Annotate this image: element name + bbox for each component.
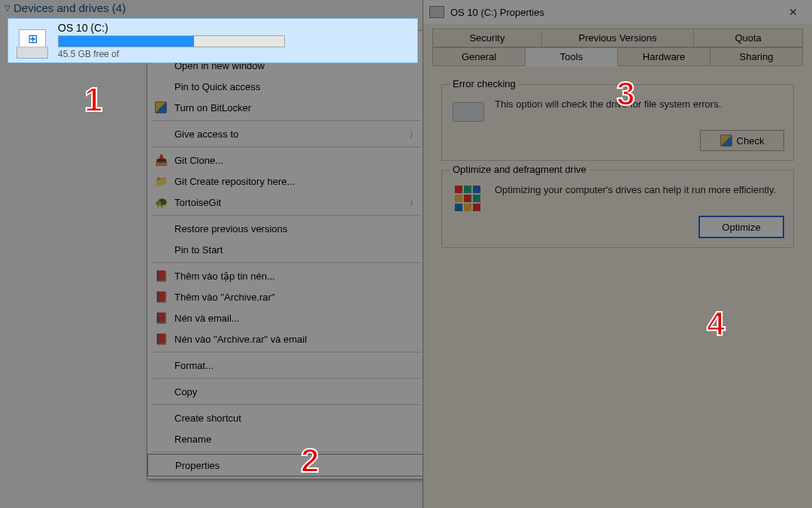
callout-1: 1 [84, 81, 102, 119]
menu-properties[interactable]: Properties [147, 454, 426, 476]
drive-free-text: 45.5 GB free of [58, 49, 411, 59]
menu-separator [152, 120, 421, 121]
drive-icon [429, 6, 444, 18]
defrag-icon [451, 184, 486, 211]
menu-format[interactable]: Format... [147, 355, 426, 376]
menu-rar-add-file[interactable]: 📕Thêm vào tập tin nén... [147, 265, 426, 286]
section-title: Devices and drives (4) [14, 2, 126, 14]
tortoise-icon: 🐢 [152, 195, 170, 210]
menu-separator [152, 452, 421, 452]
tab-hardware[interactable]: Hardware [617, 47, 710, 66]
tab-previous-versions[interactable]: Previous Versions [541, 29, 694, 47]
menu-separator [152, 215, 421, 216]
close-icon[interactable]: ✕ [780, 4, 806, 20]
tab-sharing[interactable]: Sharing [710, 47, 803, 66]
menu-give-access[interactable]: Give access to〉 [147, 123, 426, 144]
menu-separator [152, 147, 421, 147]
chevron-down-icon: ▽ [5, 4, 11, 12]
menu-rar-archive-email[interactable]: 📕Nén vào "Archive.rar" và email [147, 328, 426, 349]
git-create-icon: 📁 [152, 174, 170, 189]
drive-name: OS 10 (C:) [58, 22, 411, 34]
menu-separator [152, 404, 421, 405]
menu-bitlocker[interactable]: Turn on BitLocker [147, 97, 426, 118]
drive-icon: ⊞ [14, 23, 50, 59]
tab-security[interactable]: Security [432, 29, 542, 47]
check-button[interactable]: Check [700, 130, 784, 151]
dialog-title: OS 10 (C:) Properties [450, 7, 544, 18]
menu-restore-previous[interactable]: Restore previous versions [147, 218, 426, 239]
menu-separator [152, 378, 421, 379]
context-menu: Open Open in new window Pin to Quick acc… [147, 30, 426, 479]
callout-2: 2 [301, 442, 319, 479]
menu-tortoisegit[interactable]: 🐢TortoiseGit〉 [147, 192, 426, 213]
menu-separator [152, 262, 421, 263]
hdd-icon [451, 98, 486, 125]
tab-tools[interactable]: Tools [525, 47, 618, 66]
section-header[interactable]: ▽ Devices and drives (4) [5, 2, 126, 14]
shield-icon [720, 135, 732, 147]
chevron-right-icon: 〉 [409, 197, 418, 210]
callout-4: 4 [707, 305, 725, 343]
optimize-button[interactable]: Optimize [698, 216, 784, 238]
menu-git-clone[interactable]: 📥Git Clone... [147, 150, 426, 171]
menu-create-shortcut[interactable]: Create shortcut [147, 407, 426, 428]
chevron-right-icon: 〉 [409, 129, 418, 141]
rar-icon: 📕 [152, 310, 170, 325]
menu-pin-start[interactable]: Pin to Start [147, 239, 426, 260]
drive-item-c[interactable]: ⊞ OS 10 (C:) 45.5 GB free of [8, 18, 418, 63]
rar-icon: 📕 [152, 331, 170, 346]
rar-icon: 📕 [152, 268, 170, 283]
menu-rar-add-archive[interactable]: 📕Thêm vào "Archive.rar" [147, 286, 426, 307]
menu-pin-quick-access[interactable]: Pin to Quick access [147, 76, 426, 97]
menu-rar-email[interactable]: 📕Nén và email... [147, 307, 426, 328]
menu-git-create[interactable]: 📁Git Create repository here... [147, 171, 426, 192]
rar-icon: 📕 [152, 289, 170, 304]
optimize-desc: Optimizing your computer's drives can he… [495, 184, 784, 195]
error-check-desc: This option will check the drive for fil… [495, 98, 784, 110]
tab-general[interactable]: General [432, 47, 526, 66]
menu-rename[interactable]: Rename [147, 428, 426, 449]
menu-copy[interactable]: Copy [147, 381, 426, 402]
tab-quota[interactable]: Quota [693, 29, 803, 47]
group-legend: Error checking [450, 78, 519, 89]
dialog-titlebar[interactable]: OS 10 (C:) Properties ✕ [423, 0, 812, 24]
git-clone-icon: 📥 [152, 153, 170, 168]
group-legend: Optimize and defragment drive [450, 164, 589, 175]
group-optimize: Optimize and defragment drive Optimizing… [441, 170, 794, 248]
shield-icon [152, 100, 170, 115]
menu-separator [152, 352, 421, 352]
drive-usage-bar [58, 35, 285, 47]
callout-3: 3 [617, 75, 635, 113]
